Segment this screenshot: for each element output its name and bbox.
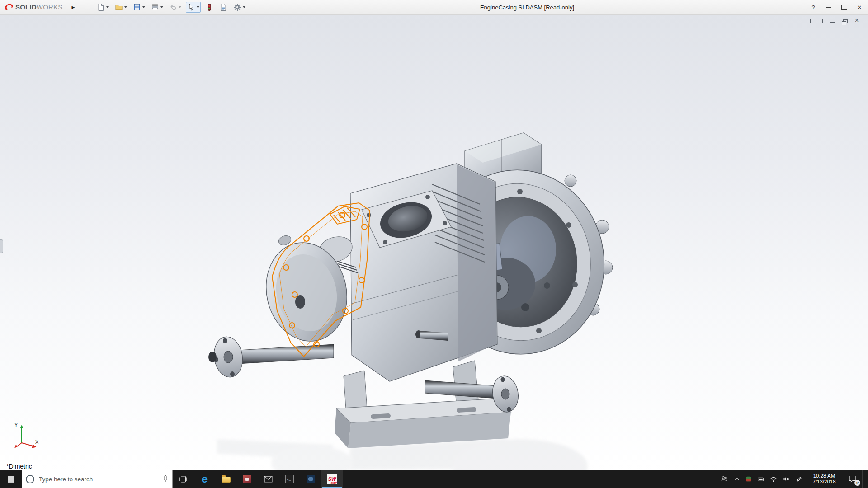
windows-taskbar: e >_ SW2017 <box>0 470 868 488</box>
new-document-icon <box>97 3 105 11</box>
document-title: EngineCasing.SLDASM [Read-only] <box>480 0 574 14</box>
tray-status-icon <box>745 476 752 482</box>
triad-x-label: X <box>35 439 39 445</box>
dropdown-caret-icon[interactable] <box>197 6 199 8</box>
close-button[interactable]: ✕ <box>852 0 867 14</box>
notification-badge: 2 <box>854 480 860 486</box>
edge-app-button[interactable]: e <box>194 470 215 488</box>
mail-envelope-icon <box>264 476 273 483</box>
doc-popout-button[interactable] <box>816 17 824 24</box>
system-tray: 10:28 AM 7/13/2018 2 <box>717 470 868 488</box>
doc-window-button[interactable] <box>804 17 812 24</box>
dassault-ds-icon <box>4 2 14 12</box>
solidworks-app-button[interactable]: SW2017 <box>321 470 343 488</box>
cortana-icon <box>26 475 34 483</box>
people-tray-button[interactable] <box>717 470 731 488</box>
wifi-icon <box>770 475 777 483</box>
rebuild-traffic-light-icon <box>205 3 213 11</box>
doc-minimize-button[interactable] <box>828 17 836 24</box>
undo-icon <box>169 3 177 11</box>
file-explorer-app-button[interactable] <box>215 470 236 488</box>
file-explorer-icon <box>222 475 231 483</box>
taskbar-clock: 10:28 AM 7/13/2018 <box>805 473 843 485</box>
engine-casing-3d-model[interactable] <box>0 14 868 470</box>
crankcase-block[interactable] <box>350 164 497 381</box>
print-icon <box>151 3 159 11</box>
battery-tray-button[interactable] <box>755 470 767 488</box>
timing-cover[interactable] <box>257 233 358 349</box>
search-input[interactable] <box>38 475 159 483</box>
task-view-icon <box>179 476 188 483</box>
select-tool-button[interactable] <box>186 2 201 13</box>
command-prompt-app-button[interactable]: >_ <box>279 470 300 488</box>
pen-icon <box>796 476 802 483</box>
clock-time: 10:28 AM <box>805 473 843 479</box>
chevron-up-icon <box>734 476 740 482</box>
file-properties-icon <box>219 3 227 11</box>
view-orientation-label: *Dimetric <box>6 463 32 470</box>
doc-restore-button[interactable] <box>840 17 849 24</box>
dropdown-caret-icon[interactable] <box>179 6 181 8</box>
doc-close-button[interactable]: ✕ <box>853 17 861 24</box>
volume-tray-button[interactable] <box>780 470 793 488</box>
file-properties-button[interactable] <box>218 2 229 13</box>
windows-start-icon <box>7 475 15 483</box>
graphics-area[interactable]: ✕ Y X *Dimetric <box>0 14 868 470</box>
doc-popout-icon <box>818 19 823 23</box>
doc-close-icon: ✕ <box>854 18 859 23</box>
clock-tray-button[interactable]: 10:28 AM 7/13/2018 <box>805 470 843 488</box>
new-document-button[interactable] <box>95 2 110 13</box>
left-engine-mount[interactable] <box>208 335 334 380</box>
dropdown-caret-icon[interactable] <box>124 6 127 8</box>
menu-flyout-arrow[interactable]: ▶ <box>69 5 78 10</box>
clock-date: 7/13/2018 <box>805 479 843 485</box>
help-icon: ? <box>811 4 815 11</box>
open-button[interactable] <box>113 2 128 13</box>
doc-minimize-icon <box>830 22 835 23</box>
window-controls: ? ✕ <box>806 0 867 14</box>
options-button[interactable] <box>232 2 247 13</box>
start-button[interactable] <box>0 470 22 488</box>
minimize-button[interactable] <box>821 0 836 14</box>
show-desktop-button[interactable] <box>862 470 868 488</box>
microphone-icon[interactable] <box>162 475 169 483</box>
print-button[interactable] <box>150 2 165 13</box>
tray-overflow-button[interactable] <box>731 470 743 488</box>
taskbar-search[interactable] <box>22 470 173 488</box>
tray-status-button[interactable] <box>743 470 755 488</box>
featuremanager-flyout-handle[interactable] <box>0 239 3 253</box>
document-window-controls: ✕ <box>804 17 861 24</box>
people-icon <box>720 475 728 483</box>
help-button[interactable]: ? <box>806 0 821 14</box>
edge-icon: e <box>202 474 208 484</box>
network-tray-button[interactable] <box>767 470 780 488</box>
open-folder-icon <box>115 3 123 11</box>
select-arrow-icon <box>187 3 195 11</box>
titlebar: SOLIDWORKS ▶ <box>0 0 868 15</box>
brand-works: WORKS <box>37 3 63 11</box>
maximize-button[interactable] <box>836 0 852 14</box>
dropdown-caret-icon[interactable] <box>106 6 109 8</box>
dropdown-caret-icon[interactable] <box>243 6 245 8</box>
display-stand[interactable] <box>335 361 511 448</box>
dropdown-caret-icon[interactable] <box>142 6 145 8</box>
rebuild-button[interactable] <box>204 2 215 13</box>
save-floppy-icon <box>133 3 141 11</box>
pen-tray-button[interactable] <box>793 470 805 488</box>
taskbar-app-button-4[interactable] <box>236 470 258 488</box>
standard-toolbar <box>95 2 247 13</box>
maximize-icon <box>841 5 847 10</box>
task-view-button[interactable] <box>173 470 194 488</box>
speaker-icon <box>783 475 790 483</box>
command-prompt-icon: >_ <box>285 475 294 483</box>
dropdown-caret-icon[interactable] <box>160 6 163 8</box>
taskbar-app-button-7[interactable] <box>300 470 321 488</box>
close-icon: ✕ <box>857 4 862 11</box>
doc-window-icon <box>806 19 811 23</box>
app-blue-tile-icon <box>307 475 315 483</box>
mail-app-button[interactable] <box>258 470 279 488</box>
orientation-triad: Y X <box>11 421 40 450</box>
save-button[interactable] <box>132 2 146 13</box>
undo-button[interactable] <box>168 2 183 13</box>
action-center-button[interactable]: 2 <box>843 470 862 488</box>
